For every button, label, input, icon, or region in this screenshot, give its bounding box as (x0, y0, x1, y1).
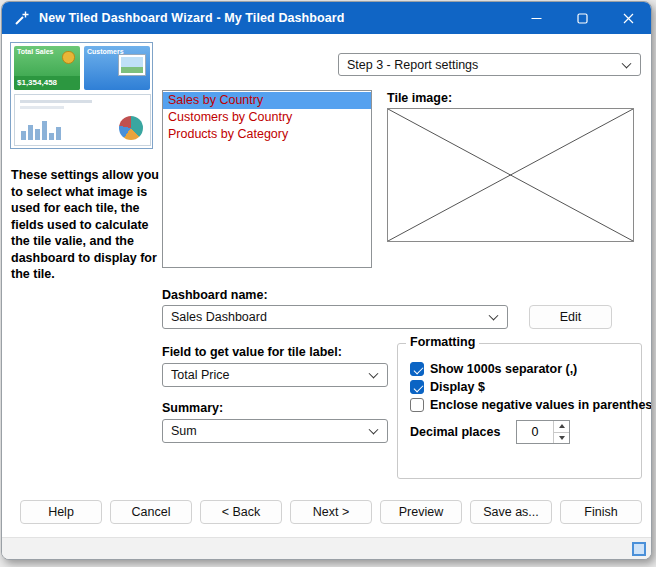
chevron-down-icon (489, 311, 499, 321)
help-button[interactable]: Help (20, 500, 102, 524)
dashboard-preview-thumbnail: Total Sales $1,354,458 Customers (10, 42, 153, 149)
checkbox-box (410, 398, 424, 412)
checkbox-label: Display $ (430, 380, 485, 394)
decimal-places-stepper[interactable]: 0 (516, 420, 570, 444)
dialog-content: Total Sales $1,354,458 Customers These s… (2, 34, 651, 537)
chevron-down-icon (369, 425, 379, 435)
dashboard-name-select[interactable]: Sales Dashboard (162, 305, 508, 329)
dashboard-name-value: Sales Dashboard (171, 310, 267, 324)
cancel-button[interactable]: Cancel (110, 500, 192, 524)
preview-tile-label: Customers (87, 48, 124, 55)
field-select[interactable]: Total Price (162, 363, 388, 387)
dashboard-name-label: Dashboard name: (162, 288, 268, 302)
stepper-buttons (553, 421, 569, 443)
preview-tile-total-sales: Total Sales $1,354,458 (14, 46, 80, 90)
step-select[interactable]: Step 3 - Report settings (338, 53, 641, 76)
arrow-up-icon (559, 424, 565, 428)
maximize-button[interactable] (559, 2, 605, 34)
preview-button[interactable]: Preview (380, 500, 462, 524)
mini-bar-chart (21, 121, 61, 140)
chevron-down-icon (369, 369, 379, 379)
wizard-icon (14, 10, 30, 26)
minimize-icon (531, 13, 542, 24)
preview-tile-customers: Customers (84, 46, 150, 90)
checkbox-box (410, 362, 424, 376)
preview-chart-title-placeholder (20, 100, 92, 103)
checkbox-box (410, 380, 424, 394)
formatting-group: Formatting Show 1000s separator (,) Disp… (397, 343, 642, 479)
close-button[interactable] (605, 2, 651, 34)
report-listbox[interactable]: Sales by Country Customers by Country Pr… (162, 90, 372, 268)
customers-photo-icon (119, 55, 145, 75)
edit-button[interactable]: Edit (529, 305, 612, 329)
save-as-button[interactable]: Save as... (470, 500, 552, 524)
titlebar[interactable]: New Tiled Dashboard Wizard - My Tiled Da… (2, 2, 651, 34)
tile-image-label: Tile image: (387, 91, 452, 105)
field-label: Field to get value for tile label: (162, 345, 342, 359)
resize-grip[interactable] (632, 542, 646, 556)
preview-chart-panel (14, 94, 151, 146)
settings-description: These settings allow you to select what … (11, 167, 162, 283)
chevron-down-icon (622, 58, 632, 68)
list-item-sales-by-country[interactable]: Sales by Country (163, 92, 371, 109)
list-item-products-by-category[interactable]: Products by Category (163, 126, 371, 143)
wizard-dialog: New Tiled Dashboard Wizard - My Tiled Da… (1, 1, 652, 560)
mini-pie-chart (119, 116, 143, 140)
decimal-places-value[interactable]: 0 (517, 421, 553, 443)
checkbox-enclose-negative[interactable]: Enclose negative values in parentheses (410, 398, 652, 412)
preview-chart-subtitle-placeholder (20, 106, 64, 109)
checkbox-show-1000s-separator[interactable]: Show 1000s separator (,) (410, 362, 577, 376)
preview-tile-label: Total Sales (17, 48, 53, 55)
finish-button[interactable]: Finish (560, 500, 642, 524)
summary-select-value: Sum (171, 424, 197, 438)
checkbox-label: Enclose negative values in parentheses (430, 398, 652, 412)
minimize-button[interactable] (513, 2, 559, 34)
summary-select[interactable]: Sum (162, 419, 388, 443)
decimal-places-label: Decimal places (410, 425, 500, 439)
dialog-bottom-strip (2, 537, 651, 560)
checkbox-display-dollar[interactable]: Display $ (410, 380, 485, 394)
list-item-customers-by-country[interactable]: Customers by Country (163, 109, 371, 126)
close-icon (623, 13, 634, 24)
maximize-icon (577, 13, 588, 24)
field-select-value: Total Price (171, 368, 229, 382)
step-select-value: Step 3 - Report settings (347, 58, 478, 72)
formatting-group-title: Formatting (406, 335, 479, 349)
summary-label: Summary: (162, 401, 223, 415)
back-button[interactable]: < Back (200, 500, 282, 524)
tile-image-placeholder (387, 108, 634, 242)
stepper-up-button[interactable] (554, 421, 569, 432)
placeholder-x-icon (388, 109, 633, 241)
checkbox-label: Show 1000s separator (,) (430, 362, 577, 376)
stepper-down-button[interactable] (554, 432, 569, 444)
next-button[interactable]: Next > (290, 500, 372, 524)
preview-tile-value: $1,354,458 (14, 76, 80, 90)
window-title: New Tiled Dashboard Wizard - My Tiled Da… (39, 11, 345, 25)
money-bag-icon (62, 51, 75, 64)
arrow-down-icon (559, 436, 565, 440)
